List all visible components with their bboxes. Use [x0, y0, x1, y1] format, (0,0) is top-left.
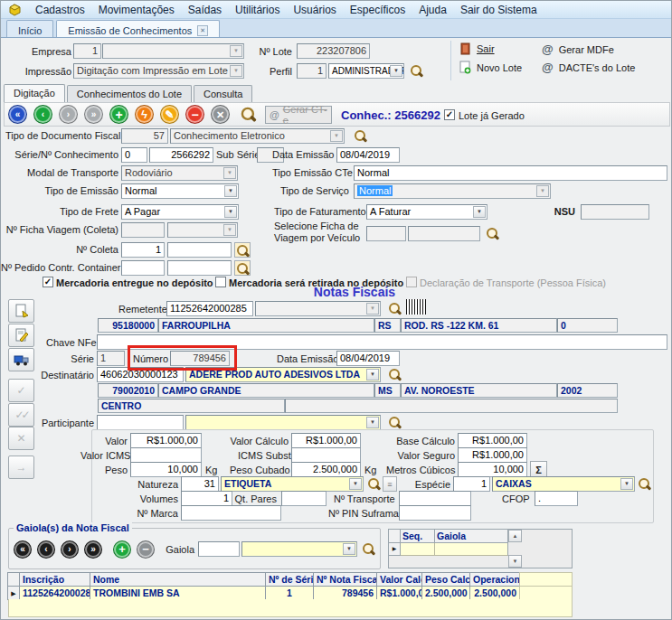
perfil-combo[interactable]: ADMINISTRADOR▼ — [328, 63, 404, 79]
edit-record-button[interactable]: ✎ — [160, 105, 179, 124]
chevron-down-icon[interactable]: ▼ — [366, 369, 379, 380]
valor-icms-field[interactable] — [130, 447, 202, 463]
gaiola-row-selector[interactable]: ▶ — [389, 543, 401, 556]
cfop-field[interactable]: . — [535, 491, 578, 506]
valor-seguro-field[interactable]: R$1.000,00 — [458, 447, 527, 463]
chevron-down-icon[interactable]: ▼ — [366, 417, 379, 428]
menu-ajuda[interactable]: Ajuda — [419, 4, 447, 16]
close-icon[interactable]: ✕ — [197, 25, 208, 36]
next-record-button[interactable]: › — [59, 105, 78, 124]
no-transporte-field[interactable] — [399, 491, 471, 506]
perfil-code-field[interactable]: 1 — [297, 63, 327, 79]
chave-nfe-field[interactable] — [97, 334, 667, 350]
gaiola-first-button[interactable]: « — [14, 540, 32, 559]
especie-combo[interactable]: CAIXAS▼ — [492, 476, 635, 492]
remetente-combo[interactable]: ▼ — [255, 301, 381, 316]
new-note-button[interactable] — [8, 299, 34, 323]
ficha-veiculo-field[interactable] — [408, 226, 480, 241]
tab-digitacao[interactable]: Digitação — [4, 84, 65, 102]
ficha-viagem-code-field[interactable] — [121, 222, 165, 238]
menu-sair-do-sistema[interactable]: Sair do Sistema — [460, 4, 537, 16]
search-icon[interactable] — [388, 302, 402, 315]
remetente-cnpj-field[interactable]: 11252642000285 — [166, 301, 253, 316]
menu-usuarios[interactable]: Usuários — [293, 4, 336, 16]
base-calc-field[interactable]: R$1.000,00 — [458, 433, 527, 448]
destinatario-cnpj-field[interactable]: 46062030000123 — [97, 367, 184, 382]
nsu-field[interactable] — [581, 204, 649, 220]
search-icon[interactable] — [638, 477, 651, 491]
tipo-emissao-cte-field[interactable]: Normal — [354, 165, 667, 181]
tipo-fat-combo[interactable]: A Faturar▼ — [366, 204, 487, 220]
chevron-down-icon[interactable]: ▼ — [224, 206, 237, 218]
barcode-icon[interactable] — [406, 299, 426, 315]
tab-consulta[interactable]: Consulta — [194, 85, 252, 102]
valor-field[interactable]: R$1.000,00 — [130, 433, 202, 448]
add-record-button[interactable]: + — [109, 105, 128, 124]
novo-lote-button[interactable]: Novo Lote — [459, 61, 522, 74]
gaiola-row-gaiola-cell[interactable] — [435, 543, 508, 556]
dactes-do-lote-button[interactable]: @ DACTE's do Lote — [542, 61, 635, 74]
pedido-desc-field[interactable] — [167, 260, 232, 276]
chevron-down-icon[interactable]: ▼ — [390, 65, 402, 77]
menu-cadastros[interactable]: Cadastros — [35, 4, 85, 16]
peso-cubado-field[interactable]: 2.500,000 — [291, 462, 361, 477]
data-emissao-field[interactable]: 08/04/2019 — [336, 147, 400, 163]
nota-data-emissao-field[interactable]: 08/04/2019 — [336, 351, 400, 366]
tab-conhecimentos-do-lote[interactable]: Conhecimentos do Lote — [67, 85, 192, 102]
search-icon[interactable] — [388, 416, 402, 429]
coleta-search-button[interactable] — [234, 242, 251, 258]
menu-utilitarios[interactable]: Utilitários — [235, 4, 279, 16]
destinatario-combo[interactable]: ADERE PROD AUTO ADESIVOS LTDA▼ — [185, 367, 381, 382]
chevron-down-icon[interactable]: ▼ — [224, 185, 237, 197]
tipo-servico-combo[interactable]: Normal▼ — [354, 183, 551, 199]
gerar-cte-button[interactable]: @ Gerar CT-e — [265, 106, 332, 124]
coleta-field[interactable]: 1 — [121, 242, 165, 258]
gaiola-row-seq-cell[interactable] — [401, 543, 435, 556]
menu-especificos[interactable]: Específicos — [350, 4, 405, 16]
tipo-doc-combo[interactable]: Conhecimento Eletronico▼ — [170, 128, 345, 144]
pedido-code-field[interactable] — [121, 260, 165, 276]
delete-record-button[interactable]: − — [185, 105, 204, 124]
tab-emissao-de-conhecimentos[interactable]: Emissão de Conhecimentos ✕ — [56, 20, 220, 37]
serie-field[interactable]: 1 — [97, 351, 125, 366]
participante-combo[interactable]: ▼ — [185, 415, 381, 430]
import-truck-button[interactable] — [8, 348, 34, 371]
scroll-down-icon[interactable]: ▼ — [508, 555, 522, 568]
modal-combo[interactable]: Rodoviário▼ — [121, 165, 238, 181]
empresa-combo[interactable]: ▼ — [102, 43, 244, 59]
numero-field[interactable]: 789456 — [170, 351, 230, 366]
pedido-search-button[interactable] — [234, 260, 251, 276]
menu-saidas[interactable]: Saídas — [188, 4, 222, 16]
chevron-down-icon[interactable]: ▼ — [620, 478, 633, 490]
gaiola-grid-scrollbar[interactable]: ▲ ▼ — [508, 530, 522, 568]
ficha-viagem-combo[interactable]: ▼ — [167, 222, 238, 238]
volumes-field[interactable]: 1 — [181, 491, 232, 506]
chevron-down-icon[interactable]: ▼ — [230, 65, 242, 77]
gerar-mdfe-button[interactable]: @ Gerar MDFe — [542, 42, 614, 56]
cancel-record-button[interactable]: ✕ — [211, 105, 230, 124]
chevron-down-icon[interactable]: ▼ — [223, 224, 236, 236]
sair-button[interactable]: Sair — [460, 42, 495, 55]
gaiola-remove-button[interactable]: − — [137, 540, 155, 559]
chevron-down-icon[interactable]: ▼ — [349, 478, 362, 490]
chevron-down-icon[interactable]: ▼ — [473, 206, 486, 218]
serie-conhec-num-field[interactable]: 2566292 — [149, 147, 213, 163]
menu-movimentacoes[interactable]: Movimentações — [99, 4, 175, 16]
impressao-combo[interactable]: Digitação com Impressão em Lote▼ — [73, 63, 244, 79]
chevron-down-icon[interactable]: ▼ — [330, 130, 343, 142]
gaiola-last-button[interactable]: » — [84, 540, 102, 559]
gaiola-code-field[interactable] — [198, 541, 240, 557]
natureza-code-field[interactable]: 31 — [181, 476, 219, 492]
post-record-button[interactable]: ϟ — [135, 105, 154, 124]
search-icon[interactable] — [241, 107, 257, 123]
natureza-combo[interactable]: ETIQUETA▼ — [221, 476, 364, 492]
no-lote-field[interactable]: 223207806 — [297, 43, 370, 59]
serie-conhec-serie-field[interactable]: 0 — [121, 147, 147, 163]
prev-record-button[interactable]: ‹ — [33, 105, 52, 124]
tab-inicio[interactable]: Início — [6, 20, 53, 37]
table-row[interactable]: ▶ 11252642000285 TROMBINI EMB SA 1 78945… — [8, 586, 573, 600]
participante-code-field[interactable] — [97, 415, 184, 430]
search-icon[interactable] — [362, 542, 375, 556]
tipo-emissao-combo[interactable]: Normal▼ — [121, 183, 239, 199]
gaiola-prev-button[interactable]: ‹ — [37, 540, 55, 559]
